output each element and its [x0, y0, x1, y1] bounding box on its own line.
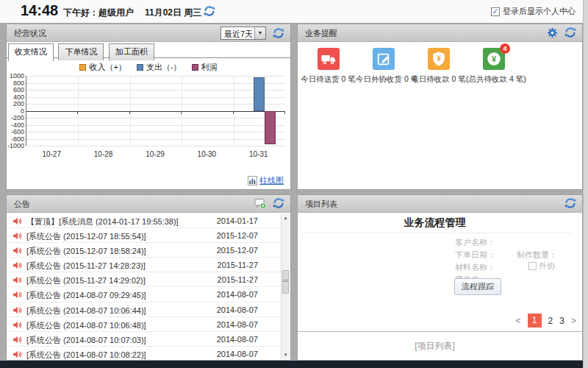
- axis-tick: [77, 111, 78, 114]
- legend-item: 支出（-）: [137, 62, 182, 73]
- reminder-outsource-receive[interactable]: 今日外协收货 0 笔: [356, 48, 411, 85]
- business-status-body: 收支情况 下单情况 加工面积 收入（+）支出（-）利润 100080060040…: [7, 43, 290, 189]
- edit-icon: [373, 48, 395, 70]
- chart-plot: [26, 76, 285, 146]
- x-axis-tick: 10-30: [181, 150, 232, 158]
- tab-processing-area[interactable]: 加工面积: [109, 43, 154, 60]
- page-1[interactable]: 1: [528, 314, 542, 328]
- refresh-icon[interactable]: [273, 27, 284, 39]
- checkbox-check-icon[interactable]: ✓: [491, 7, 500, 16]
- gridline: [26, 111, 285, 112]
- y-axis-tick: -400: [7, 121, 24, 129]
- axis-tick: [284, 111, 285, 114]
- reminder-collect-total[interactable]: ¥ 4 (总共待收款 4 笔): [466, 48, 521, 85]
- gridline: [26, 76, 285, 77]
- y-axis-tick: 1000: [7, 72, 24, 79]
- refresh-icon[interactable]: [564, 26, 576, 38]
- legend-swatch: [192, 64, 198, 71]
- scroll-up-icon[interactable]: ▲: [282, 214, 290, 222]
- x-axis-tick: 10-27: [26, 150, 77, 158]
- scroll-down-icon[interactable]: ▼: [282, 351, 290, 359]
- outsourcing-label: 外协: [539, 261, 555, 272]
- speaker-icon: [12, 319, 22, 329]
- reminder-badge: 4: [500, 43, 510, 54]
- material-name-label: 材料名称：: [455, 262, 495, 273]
- axis-tick: [233, 111, 234, 114]
- svg-text:¥: ¥: [437, 54, 441, 63]
- y-axis-tick: 200: [7, 100, 24, 107]
- scrollbar-thumb[interactable]: [282, 270, 289, 294]
- chart-link-label: 柱线图: [259, 175, 284, 186]
- chevron-down-icon: ▼: [254, 27, 265, 39]
- quantity-label: 制作数量：: [517, 250, 557, 261]
- announcement-row[interactable]: [系统公告 (2015-11-27 14:29:02)]2015-11-27: [7, 272, 290, 287]
- speaker-icon: [12, 230, 22, 240]
- flow-management-title: 业务流程管理: [298, 216, 572, 230]
- checkbox-icon[interactable]: [528, 262, 537, 270]
- announcement-row[interactable]: [系统公告 (2014-08-07 10:06:44)]2014-08-07: [7, 302, 290, 317]
- chart-xticks: 10-2710-2810-2910-3010-31: [26, 150, 285, 160]
- y-axis-tick: -800: [7, 135, 24, 143]
- announcement-row[interactable]: [系统公告 (2015-11-27 14:28:23)]2015-11-27: [7, 258, 290, 272]
- prev-page-icon[interactable]: <: [516, 316, 521, 326]
- top-bar: 14:48 下午好：超级用户 11月02日 周三 ✓ 登录后显示个人中心: [0, 0, 583, 23]
- y-axis-tick: -600: [7, 128, 24, 135]
- date-range-value: 最近7天: [224, 29, 253, 40]
- add-message-icon[interactable]: [254, 197, 266, 209]
- announcement-row[interactable]: [系统公告 (2015-12-07 18:55:54)]2015-12-07: [7, 228, 290, 243]
- speaker-icon: [12, 334, 22, 344]
- announcement-text: [系统公告 (2014-08-07 10:07:03)]: [26, 335, 146, 346]
- legend-swatch: [137, 64, 143, 71]
- reminder-label: 今日外协收货 0 笔: [356, 74, 411, 85]
- announcement-row[interactable]: [系统公告 (2014-08-07 09:29:45)]2014-08-07: [7, 287, 290, 302]
- announcements-body: 【置顶】[系统消息 (2014-01-17 19:55:38)]2014-01-…: [7, 213, 290, 360]
- x-axis-tick: 10-29: [129, 150, 181, 158]
- announcement-date: 2015-12-07: [217, 246, 258, 255]
- announcements-header: 公告: [7, 195, 290, 213]
- refresh-icon[interactable]: [204, 5, 215, 17]
- bar-line-chart-link[interactable]: 柱线图: [248, 175, 284, 186]
- reminder-delivery[interactable]: 今日待送货 0 笔: [301, 48, 356, 85]
- announcement-text: [系统公告 (2015-12-07 18:58:24)]: [26, 246, 146, 257]
- outsourcing-checkbox[interactable]: 外协: [528, 261, 555, 272]
- tab-orders[interactable]: 下单情况: [58, 43, 104, 60]
- gear-icon[interactable]: [547, 27, 558, 38]
- tab-income-expense[interactable]: 收支情况: [8, 43, 54, 61]
- chart-yticks: 10008006004002000-200-400-600-800-1000: [7, 76, 24, 146]
- next-page-icon[interactable]: >: [571, 316, 576, 326]
- announcement-text: [系统公告 (2015-12-07 18:55:54)]: [26, 231, 146, 242]
- announcement-row[interactable]: [系统公告 (2014-08-07 10:06:48)]2014-08-07: [7, 317, 290, 332]
- business-status-header: 经营状况 最近7天 ▼: [7, 24, 290, 42]
- chart-legend: 收入（+）支出（-）利润: [7, 62, 290, 73]
- y-axis-tick: 400: [7, 93, 24, 101]
- flow-track-button[interactable]: 流程跟踪: [454, 278, 501, 295]
- project-list-body: 业务流程管理 客户名称： 下单日期： 制作数量： 材料名称： 外协 紧急度： 流…: [298, 213, 582, 360]
- announcement-row[interactable]: [系统公告 (2014-08-07 10:07:03)]2014-08-07: [7, 332, 290, 347]
- announcement-text: [系统公告 (2015-11-27 14:29:02)]: [26, 275, 146, 286]
- page-2[interactable]: 2: [548, 316, 553, 326]
- legend-label: 收入（+）: [89, 62, 126, 73]
- gridline: [26, 125, 285, 126]
- speaker-icon: [12, 305, 22, 314]
- announcement-row[interactable]: 【置顶】[系统消息 (2014-01-17 19:55:38)]2014-01-…: [7, 213, 290, 228]
- announcement-row[interactable]: [系统公告 (2015-12-07 18:58:24)]2015-12-07: [7, 243, 290, 258]
- business-reminders-panel: 业务提醒: [297, 24, 583, 190]
- announcement-row[interactable]: [系统公告 (2014-08-07 10:08:22)]2014-08-07: [7, 347, 290, 360]
- speaker-icon: [12, 245, 22, 255]
- announcement-text: [系统公告 (2014-08-07 09:29:45)]: [26, 290, 146, 301]
- refresh-icon[interactable]: [273, 197, 284, 209]
- date-range-select[interactable]: 最近7天 ▼: [220, 26, 266, 40]
- axis-tick: [129, 111, 130, 114]
- reminder-collect-today[interactable]: ¥ 今日待收款 0 笔: [411, 48, 466, 85]
- x-axis-tick: 10-31: [233, 150, 284, 158]
- scrollbar[interactable]: ▲ ▼: [281, 214, 290, 359]
- refresh-icon[interactable]: [564, 197, 576, 209]
- personal-center-toggle[interactable]: ✓ 登录后显示个人中心: [491, 6, 576, 17]
- announcement-text: 【置顶】[系统消息 (2014-01-17 19:55:38)]: [26, 216, 179, 227]
- divider: [298, 331, 582, 332]
- gridline: [26, 146, 285, 146]
- y-axis-tick: -1000: [7, 142, 24, 149]
- page-3[interactable]: 3: [559, 316, 564, 326]
- announcement-date: 2014-08-07: [217, 305, 258, 314]
- scrollbar-track[interactable]: [583, 0, 588, 368]
